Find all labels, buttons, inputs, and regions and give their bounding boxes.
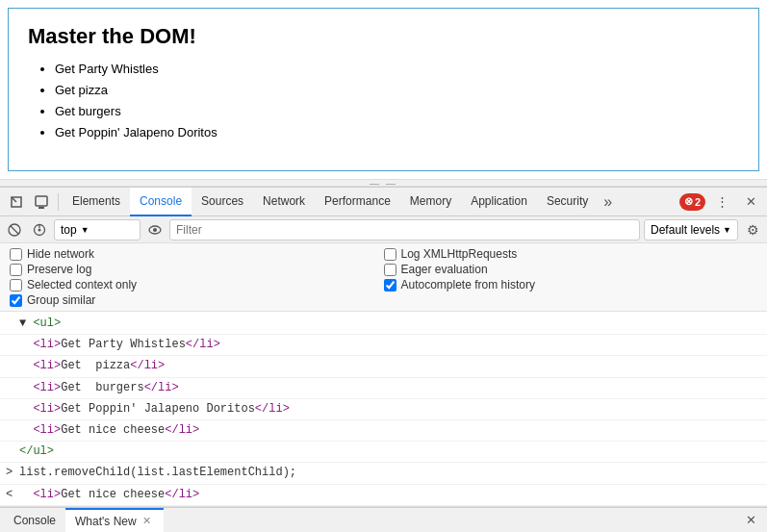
bottom-tab-close-icon[interactable]: ✕ xyxy=(141,515,154,528)
levels-label: Default levels xyxy=(651,223,720,237)
preview-list-item: Get pizza xyxy=(55,80,739,101)
resize-handle[interactable]: — — xyxy=(0,179,767,187)
device-toolbar-icon[interactable] xyxy=(30,190,53,214)
devtools-close-icon[interactable]: ✕ xyxy=(739,190,762,214)
console-options: Hide networkPreserve logSelected context… xyxy=(0,243,767,312)
error-badge[interactable]: ⊗ 2 xyxy=(679,193,705,211)
log-xmlhttprequests-checkbox[interactable] xyxy=(384,248,396,261)
console-response-line: <li>Get nice cheese</li> xyxy=(0,485,767,506)
context-selector[interactable]: top ▼ xyxy=(54,219,141,241)
preview-list-item: Get burgers xyxy=(55,101,739,122)
bottom-tab-console[interactable]: Console xyxy=(4,508,65,533)
error-circle-icon: ⊗ xyxy=(684,195,693,208)
context-value: top xyxy=(61,223,77,237)
group-similar-checkbox[interactable] xyxy=(10,294,22,307)
tab-memory[interactable]: Memory xyxy=(400,188,461,216)
preserve-log-label: Preserve log xyxy=(27,263,91,276)
svg-point-8 xyxy=(153,228,157,232)
tab-sources[interactable]: Sources xyxy=(192,188,253,216)
bottom-tab-what's-new[interactable]: What's New✕ xyxy=(65,508,164,533)
error-count: 2 xyxy=(695,196,701,208)
devtools-tab-bar: ElementsConsoleSourcesNetworkPerformance… xyxy=(0,188,767,216)
eager-evaluation-label: Eager evaluation xyxy=(401,263,488,276)
selected-context-only-checkbox[interactable] xyxy=(10,279,22,291)
option-group-similar[interactable]: Group similar xyxy=(10,293,384,307)
option-preserve-log[interactable]: Preserve log xyxy=(10,263,384,276)
levels-chevron-icon: ▼ xyxy=(723,225,731,235)
option-log-xmlhttprequests[interactable]: Log XMLHttpRequests xyxy=(384,247,758,261)
svg-line-3 xyxy=(11,226,18,234)
hide-network-checkbox[interactable] xyxy=(10,248,22,261)
preview-area: Master the DOM! Get Party WhistlesGet pi… xyxy=(8,8,759,171)
tab-elements[interactable]: Elements xyxy=(63,188,130,216)
console-line: <li>Get burgers</li> xyxy=(0,378,767,399)
inspect-element-icon[interactable] xyxy=(5,190,28,214)
svg-point-6 xyxy=(38,228,41,231)
console-toolbar: top ▼ Default levels ▼ ⚙ xyxy=(0,216,767,243)
console-output: ▼ <ul> <li>Get Party Whistles</li> <li>G… xyxy=(0,312,767,507)
tab-application[interactable]: Application xyxy=(461,188,537,216)
filter-input[interactable] xyxy=(169,219,640,241)
console-prompt-line: list.removeChild(list.lastElementChild); xyxy=(0,463,767,484)
hide-network-label: Hide network xyxy=(27,247,94,261)
option-hide-network[interactable]: Hide network xyxy=(10,247,384,261)
console-line: <li>Get Party Whistles</li> xyxy=(0,335,767,356)
bottom-tab-label: Console xyxy=(13,514,56,527)
console-line: ▼ <ul> xyxy=(0,314,767,335)
eye-icon[interactable] xyxy=(144,219,166,241)
tab-separator xyxy=(58,193,59,211)
tab-network[interactable]: Network xyxy=(253,188,315,216)
bottom-close-icon[interactable]: ✕ xyxy=(739,509,762,532)
preserve-log-checkbox[interactable] xyxy=(10,264,22,276)
svg-rect-0 xyxy=(36,196,47,206)
clear-console-icon[interactable] xyxy=(4,219,25,241)
stop-recording-icon[interactable] xyxy=(29,219,50,241)
tab-security[interactable]: Security xyxy=(537,188,598,216)
bottom-tab-label: What's New xyxy=(75,515,137,528)
log-xmlhttprequests-label: Log XMLHttpRequests xyxy=(401,247,518,261)
tabs-container: ElementsConsoleSourcesNetworkPerformance… xyxy=(63,188,598,216)
devtools-panel: ElementsConsoleSourcesNetworkPerformance… xyxy=(0,187,767,532)
preview-title: Master the DOM! xyxy=(28,24,739,49)
console-line: <li>Get pizza</li> xyxy=(0,356,767,377)
console-line: </ul> xyxy=(0,442,767,463)
group-similar-label: Group similar xyxy=(27,293,95,307)
option-eager-evaluation[interactable]: Eager evaluation xyxy=(384,263,758,276)
more-tabs-icon[interactable]: » xyxy=(598,188,618,216)
option-selected-context-only[interactable]: Selected context only xyxy=(10,278,384,291)
console-line: <li>Get nice cheese</li> xyxy=(0,420,767,442)
devtools-more-options-icon[interactable]: ⋮ xyxy=(710,190,733,214)
autocomplete-from-history-checkbox[interactable] xyxy=(384,279,396,291)
bottom-tab-right: ✕ xyxy=(738,509,763,532)
svg-rect-1 xyxy=(38,207,44,209)
option-autocomplete-from-history[interactable]: Autocomplete from history xyxy=(384,278,758,291)
console-settings-icon[interactable]: ⚙ xyxy=(742,219,763,241)
tab-performance[interactable]: Performance xyxy=(315,188,400,216)
console-line: <li>Get Poppin' Jalapeno Doritos</li> xyxy=(0,399,767,420)
autocomplete-from-history-label: Autocomplete from history xyxy=(401,278,535,291)
selected-context-only-label: Selected context only xyxy=(27,278,137,291)
bottom-tab-bar: ConsoleWhat's New✕ ✕ xyxy=(0,507,767,532)
tab-right-icons: ⊗ 2 ⋮ ✕ xyxy=(679,190,763,214)
preview-list-item: Get Poppin' Jalapeno Doritos xyxy=(55,122,739,143)
levels-dropdown[interactable]: Default levels ▼ xyxy=(644,219,738,241)
eager-evaluation-checkbox[interactable] xyxy=(384,264,396,276)
preview-list: Get Party WhistlesGet pizzaGet burgersGe… xyxy=(28,59,739,143)
preview-list-item: Get Party Whistles xyxy=(55,59,739,80)
chevron-down-icon: ▼ xyxy=(81,225,89,235)
tab-console[interactable]: Console xyxy=(130,188,192,216)
